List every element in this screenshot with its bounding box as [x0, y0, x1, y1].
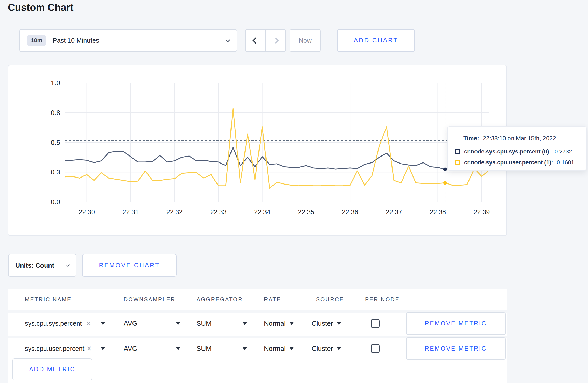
chevron-right-icon	[272, 37, 279, 44]
source-value: Cluster	[312, 320, 333, 328]
page-title: Custom Chart	[8, 2, 74, 13]
tooltip-series-label: cr.node.sys.cpu.sys.percent (0):	[464, 148, 551, 155]
caret-down-icon	[289, 347, 294, 350]
chevron-down-icon	[226, 38, 229, 43]
downsampler-select[interactable]: AVG	[124, 317, 180, 329]
caret-down-icon	[337, 347, 341, 350]
series-swatch-icon	[455, 149, 460, 154]
time-window-badge: 10m	[27, 35, 46, 46]
col-header-downsampler: DOWNSAMPLER	[124, 296, 176, 302]
now-button[interactable]: Now	[290, 29, 321, 52]
col-header-source: SOURCE	[316, 296, 344, 302]
downsampler-select[interactable]: AVG	[124, 343, 180, 354]
col-header-rate: RATE	[264, 296, 281, 302]
caret-down-icon	[176, 322, 180, 325]
chevron-left-icon	[252, 37, 258, 44]
remove-metric-button[interactable]: REMOVE METRIC	[406, 337, 506, 360]
clear-metric-icon[interactable]: ✕	[86, 345, 92, 352]
metric-name-select[interactable]: sys.cpu.sys.percent ✕	[25, 317, 105, 329]
y-axis-tick-label: 1.0	[32, 79, 60, 87]
series-line-0	[65, 147, 489, 169]
source-select[interactable]: Cluster	[312, 317, 341, 329]
x-axis-tick-label: 22:37	[378, 208, 409, 216]
tooltip-time-label: Time:	[463, 135, 479, 142]
time-nav-group	[245, 29, 286, 52]
metrics-table: METRIC NAME DOWNSAMPLER AGGREGATOR RATE …	[8, 289, 507, 383]
custom-chart-page: Custom Chart 10m Past 10 Minutes Now ADD…	[0, 0, 588, 383]
x-axis-tick-label: 22:32	[159, 208, 190, 216]
metric-name-value: sys.cpu.user.percent	[25, 345, 84, 352]
y-axis-tick-label: 0.3	[32, 168, 60, 176]
metric-name-value: sys.cpu.sys.percent	[25, 320, 82, 327]
caret-down-icon	[101, 347, 105, 350]
hover-dot-series-1	[443, 181, 447, 185]
source-select[interactable]: Cluster	[312, 343, 341, 354]
per-node-checkbox[interactable]	[371, 319, 380, 328]
tooltip-series-value: 0.1601	[557, 159, 574, 166]
downsampler-value: AVG	[124, 345, 137, 353]
tooltip-series-row: cr.node.sys.cpu.user.percent (1): 0.1601	[455, 159, 577, 166]
chart-card: 1.00.80.50.30.0 22:3022:3122:3222:3322:3…	[8, 65, 507, 236]
aggregator-value: SUM	[197, 345, 212, 353]
chart-plot-area[interactable]	[65, 83, 489, 202]
y-axis-tick-label: 0.8	[32, 109, 60, 117]
rate-select[interactable]: Normal	[264, 317, 294, 329]
downsampler-value: AVG	[124, 320, 137, 328]
caret-down-icon	[289, 322, 294, 325]
metric-name-select[interactable]: sys.cpu.user.percent ✕	[25, 343, 105, 354]
source-value: Cluster	[312, 345, 333, 353]
col-header-aggregator: AGGREGATOR	[197, 296, 243, 302]
x-axis-tick-label: 22:39	[466, 208, 497, 216]
caret-down-icon	[337, 322, 341, 325]
x-axis-tick-label: 22:31	[115, 208, 146, 216]
chart-hover-tooltip: Time:22:38:10 on Mar 15th, 2022 cr.node.…	[447, 126, 587, 171]
tooltip-series-value: 0.2732	[555, 148, 572, 155]
tooltip-series-label: cr.node.sys.cpu.user.percent (1):	[464, 159, 553, 166]
clear-metric-icon[interactable]: ✕	[86, 320, 92, 327]
aggregator-value: SUM	[197, 320, 212, 328]
series-line-1	[65, 108, 489, 188]
series-swatch-icon	[455, 160, 460, 165]
y-axis-tick-label: 0.5	[32, 139, 60, 147]
prev-time-button[interactable]	[246, 30, 265, 51]
add-chart-button[interactable]: ADD CHART	[337, 29, 415, 52]
add-metric-button[interactable]: ADD METRIC	[12, 358, 92, 380]
x-axis-tick-label: 22:34	[247, 208, 278, 216]
toolbar-left-divider	[8, 29, 8, 50]
tooltip-series-row: cr.node.sys.cpu.sys.percent (0): 0.2732	[455, 148, 577, 155]
x-axis-tick-label: 22:30	[71, 208, 102, 216]
caret-down-icon	[242, 322, 247, 325]
units-dropdown[interactable]: Units: Count	[8, 254, 76, 277]
x-axis-tick-label: 22:36	[334, 208, 366, 216]
x-axis-tick-label: 22:33	[203, 208, 234, 216]
tooltip-time-value: 22:38:10 on Mar 15th, 2022	[483, 135, 556, 142]
col-header-per-node: PER NODE	[365, 296, 400, 302]
aggregator-select[interactable]: SUM	[197, 317, 247, 329]
caret-down-icon	[176, 347, 180, 350]
col-header-metric-name: METRIC NAME	[25, 296, 72, 302]
time-range-dropdown[interactable]: 10m Past 10 Minutes	[19, 29, 237, 52]
remove-chart-button[interactable]: REMOVE CHART	[82, 254, 177, 277]
caret-down-icon	[242, 347, 247, 350]
hover-dot-series-0	[443, 168, 447, 171]
y-axis-tick-label: 0.0	[32, 198, 60, 206]
x-axis-tick-label: 22:38	[422, 208, 453, 216]
x-axis-tick-label: 22:35	[291, 208, 322, 216]
rate-value: Normal	[264, 320, 286, 328]
units-label: Units: Count	[15, 262, 54, 269]
per-node-checkbox[interactable]	[371, 344, 380, 353]
caret-down-icon	[101, 322, 105, 325]
tooltip-time-row: Time:22:38:10 on Mar 15th, 2022	[463, 135, 577, 142]
remove-metric-button[interactable]: REMOVE METRIC	[406, 312, 506, 335]
rate-select[interactable]: Normal	[264, 343, 294, 354]
aggregator-select[interactable]: SUM	[197, 343, 247, 354]
rate-value: Normal	[264, 345, 286, 353]
chevron-down-icon	[66, 263, 70, 267]
time-range-label: Past 10 Minutes	[53, 37, 99, 44]
next-time-button[interactable]	[265, 30, 285, 51]
